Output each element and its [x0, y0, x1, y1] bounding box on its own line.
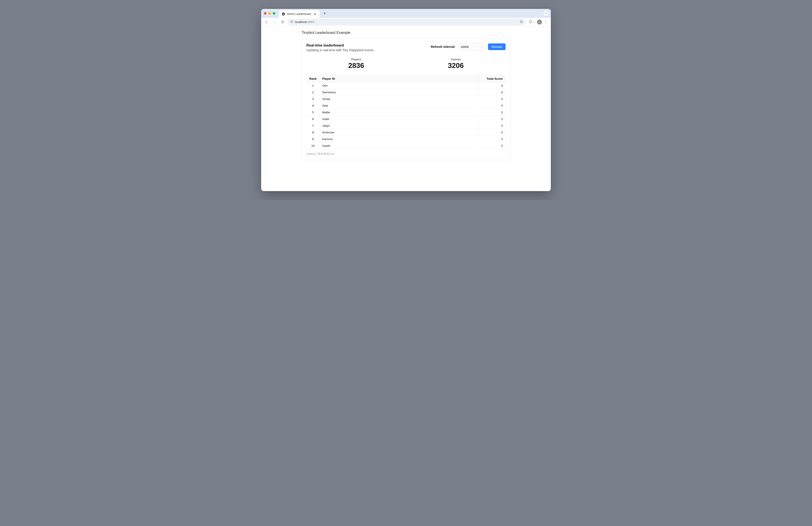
- cell-score: 3: [479, 142, 505, 149]
- cell-rank: 2: [307, 89, 320, 96]
- tabs-dropdown-button[interactable]: [543, 11, 549, 16]
- svg-point-6: [546, 22, 546, 23]
- refresh-interval-label: Refresh interval:: [431, 45, 455, 48]
- table-row: 10Izaiah3: [307, 142, 505, 149]
- maximize-window-button[interactable]: [273, 12, 275, 15]
- cell-rank: 5: [307, 109, 320, 116]
- address-bar[interactable]: localhost:3001: [288, 19, 526, 25]
- profile-avatar[interactable]: L: [537, 19, 542, 25]
- cell-rank: 9: [307, 136, 320, 142]
- card-header: Real-time leaderboard Updating in real-t…: [306, 43, 506, 52]
- table-header-row: Rank Player ID Total Score: [307, 75, 505, 82]
- toolbar-separator: [535, 20, 535, 24]
- menu-icon[interactable]: [544, 20, 547, 24]
- tab-close-icon[interactable]: [313, 12, 317, 16]
- stats-row: Players 2836 Games 3206: [306, 58, 506, 70]
- page-content: Tinybird Leaderboard Example Real-time l…: [261, 26, 551, 191]
- cell-score: 3: [479, 102, 505, 109]
- new-tab-button[interactable]: [322, 11, 328, 16]
- cell-score: 3: [479, 109, 505, 116]
- refresh-controls: Refresh interval: Refresh: [431, 43, 506, 50]
- cell-player: Izaiah: [320, 142, 479, 149]
- site-info-icon[interactable]: [290, 20, 293, 24]
- decrement-button[interactable]: [472, 44, 478, 50]
- title-bar: Demo Leaderboard: [261, 9, 551, 18]
- cell-player: Mallie: [320, 109, 479, 116]
- profile-initial: L: [539, 21, 540, 24]
- browser-window: Demo Leaderboard localhost:3001: [261, 9, 551, 191]
- col-header-player: Player ID: [320, 75, 479, 82]
- reload-button[interactable]: [279, 19, 286, 25]
- card-subheading: Updating in real-time with Tiny Flappybi…: [306, 48, 374, 52]
- stat-games-value: 3206: [406, 61, 506, 70]
- col-header-rank: Rank: [307, 75, 320, 82]
- cell-player: Vickie: [320, 96, 479, 102]
- table-row: 5Mallie3: [307, 109, 505, 116]
- toolbar-right: L: [527, 19, 549, 25]
- forward-button[interactable]: [272, 19, 278, 25]
- table-row: 8Ambrose3: [307, 129, 505, 136]
- page-title: Tinybird Leaderboard Example: [302, 31, 510, 35]
- cell-rank: 4: [307, 102, 320, 109]
- cell-score: 3: [479, 122, 505, 129]
- cell-player: Alek: [320, 102, 479, 109]
- cell-player: Kamron: [320, 136, 479, 142]
- stat-players-label: Players: [306, 58, 406, 61]
- leaderboard-card: Real-time leaderboard Updating in real-t…: [302, 39, 510, 160]
- tab-favicon-icon: [282, 12, 285, 16]
- table-row: 2Demetrius4: [307, 89, 505, 96]
- table-row: 4Alek3: [307, 102, 505, 109]
- cell-rank: 3: [307, 96, 320, 102]
- url-text: localhost:3001: [295, 20, 315, 24]
- stat-players-value: 2836: [306, 61, 406, 70]
- cell-rank: 7: [307, 122, 320, 129]
- bookmark-icon[interactable]: [519, 20, 523, 24]
- stat-players: Players 2836: [306, 58, 406, 70]
- card-heading: Real-time leaderboard: [306, 43, 374, 47]
- cell-score: 3: [479, 96, 505, 102]
- svg-point-5: [546, 21, 546, 21]
- refresh-interval-input[interactable]: [458, 44, 472, 50]
- increment-button[interactable]: [478, 44, 485, 50]
- browser-toolbar: localhost:3001 L: [261, 18, 551, 26]
- cell-score: 4: [479, 89, 505, 96]
- cell-rank: 8: [307, 129, 320, 136]
- latency-text: Latency: 39.618292 ms: [306, 152, 506, 155]
- table-row: 3Vickie3: [307, 96, 505, 102]
- window-controls: [264, 12, 275, 15]
- tab-title: Demo Leaderboard: [287, 13, 311, 16]
- table-row: 9Kamron3: [307, 136, 505, 142]
- leaderboard-table: Rank Player ID Total Score 1Olin42Demetr…: [306, 75, 506, 149]
- cell-rank: 6: [307, 116, 320, 122]
- table-row: 1Olin4: [307, 82, 505, 89]
- refresh-interval-stepper: [458, 43, 485, 50]
- stat-games: Games 3206: [406, 58, 506, 70]
- cell-score: 3: [479, 136, 505, 142]
- cell-player: Jailyn: [320, 122, 479, 129]
- table-row: 6Adah3: [307, 116, 505, 122]
- minimize-window-button[interactable]: [268, 12, 271, 15]
- cell-player: Demetrius: [320, 89, 479, 96]
- table-row: 7Jailyn3: [307, 122, 505, 129]
- svg-point-4: [546, 20, 546, 21]
- refresh-button[interactable]: Refresh: [488, 43, 506, 50]
- browser-tab[interactable]: Demo Leaderboard: [279, 10, 320, 18]
- close-window-button[interactable]: [264, 12, 266, 15]
- cell-player: Ambrose: [320, 129, 479, 136]
- cell-score: 3: [479, 129, 505, 136]
- cell-score: 4: [479, 82, 505, 89]
- cell-player: Adah: [320, 116, 479, 122]
- col-header-score: Total Score: [479, 75, 505, 82]
- cell-rank: 10: [307, 142, 320, 149]
- cell-rank: 1: [307, 82, 320, 89]
- extensions-icon[interactable]: [529, 20, 532, 24]
- stat-games-label: Games: [406, 58, 506, 61]
- cell-player: Olin: [320, 82, 479, 89]
- cell-score: 3: [479, 116, 505, 122]
- back-button[interactable]: [263, 19, 270, 25]
